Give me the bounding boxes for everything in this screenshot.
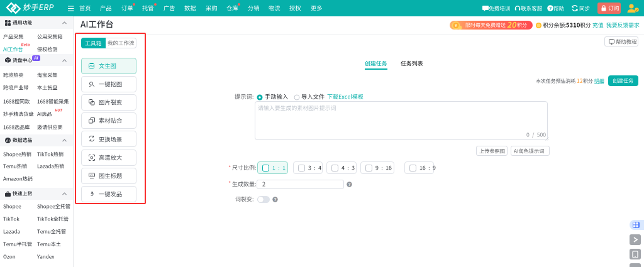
- svg-text:?: ?: [549, 6, 552, 11]
- svg-text:?: ?: [274, 197, 277, 202]
- svg-text:✓: ✓: [635, 8, 638, 12]
- svg-text:¥: ¥: [455, 23, 457, 28]
- svg-text:?: ?: [348, 182, 350, 187]
